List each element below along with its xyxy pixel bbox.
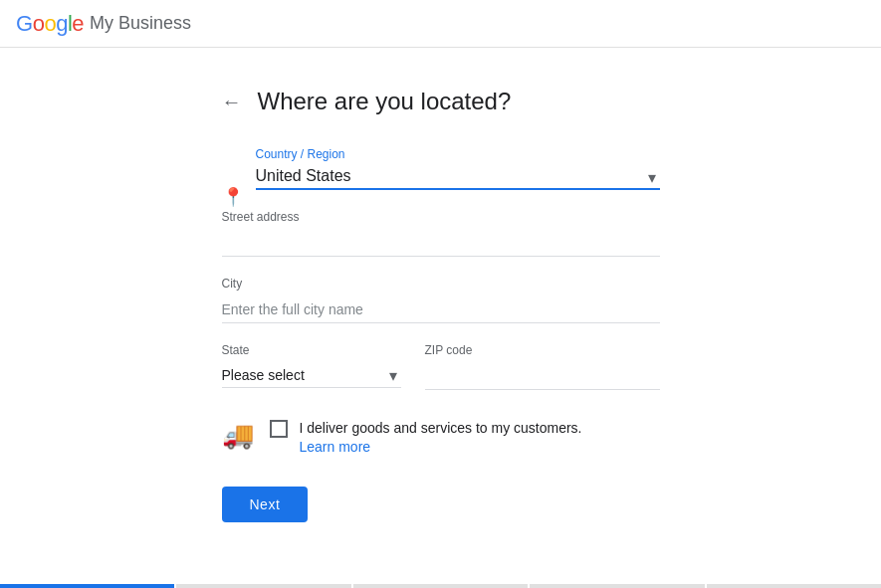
title-row: ← Where are you located? — [222, 88, 660, 115]
delivery-row: 🚚 I deliver goods and services to my cus… — [222, 418, 660, 455]
form-container: ← Where are you located? 📍 Country / Reg… — [222, 88, 660, 522]
state-select-wrapper: Please select Alabama Alaska Arizona Cal… — [222, 361, 401, 388]
delivery-text-block: I deliver goods and services to my custo… — [300, 418, 660, 455]
state-select[interactable]: Please select Alabama Alaska Arizona Cal… — [222, 361, 401, 388]
state-zip-row: State Please select Alabama Alaska Arizo… — [222, 343, 660, 390]
back-button[interactable]: ← — [222, 91, 242, 113]
app-header: Google My Business — [0, 0, 881, 48]
state-field-group: State Please select Alabama Alaska Arizo… — [222, 343, 401, 390]
zip-field-group: ZIP code — [425, 343, 660, 390]
my-business-logo-text: My Business — [90, 13, 191, 34]
country-field: Country / Region United States Canada Un… — [256, 147, 660, 190]
delivery-checkbox[interactable] — [270, 420, 288, 438]
country-label: Country / Region — [256, 147, 660, 161]
logo: Google My Business — [16, 11, 191, 37]
country-field-group: 📍 Country / Region United States Canada … — [222, 147, 660, 190]
delivery-truck-icon: 🚚 — [222, 420, 254, 451]
country-select[interactable]: United States Canada United Kingdom Aust… — [256, 163, 660, 190]
next-button[interactable]: Next — [222, 487, 309, 522]
city-field-group: City — [222, 277, 660, 323]
country-field-row: 📍 Country / Region United States Canada … — [222, 147, 660, 190]
google-logo: Google — [16, 11, 84, 37]
street-label: Street address — [222, 210, 660, 224]
zip-input[interactable] — [425, 361, 660, 390]
learn-more-link[interactable]: Learn more — [300, 439, 660, 455]
location-pin-icon: 📍 — [222, 186, 244, 208]
city-input[interactable] — [222, 294, 660, 323]
country-select-wrapper: United States Canada United Kingdom Aust… — [256, 163, 660, 190]
delivery-main-text: I deliver goods and services to my custo… — [300, 420, 582, 436]
checkbox-wrapper: I deliver goods and services to my custo… — [270, 418, 660, 455]
zip-label: ZIP code — [425, 343, 660, 357]
main-content: ← Where are you located? 📍 Country / Reg… — [0, 48, 881, 582]
page-title: Where are you located? — [258, 88, 512, 115]
city-label: City — [222, 277, 660, 291]
street-address-input[interactable] — [222, 228, 660, 257]
street-address-field-group: Street address — [222, 210, 660, 257]
state-label: State — [222, 343, 401, 357]
